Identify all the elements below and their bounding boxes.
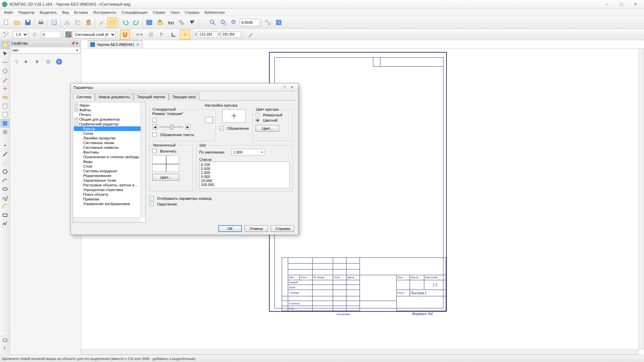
local-cs-button[interactable]: [157, 29, 167, 40]
symbols-tool-icon[interactable]: [1, 67, 9, 75]
scale-icon[interactable]: [1, 29, 11, 40]
tree-cursor[interactable]: Курсор: [74, 126, 145, 131]
tree-system-lines[interactable]: Системные линии: [74, 140, 145, 145]
reports-tool-icon[interactable]: [1, 111, 9, 119]
rebuild-button[interactable]: [263, 17, 273, 27]
chamfer-tool-icon[interactable]: [1, 202, 9, 210]
doc-manager-button[interactable]: [144, 17, 154, 27]
tab-system[interactable]: Система: [73, 93, 95, 101]
libraries-button[interactable]: [155, 17, 165, 27]
tree-snaps[interactable]: Привязки: [74, 197, 145, 201]
panel-help-button[interactable]: ?: [54, 57, 64, 66]
trap-size-dec[interactable]: ◄: [152, 124, 158, 130]
save-button[interactable]: [23, 17, 33, 27]
tree-cs[interactable]: Системы координат: [74, 169, 145, 173]
format-painter-button[interactable]: [97, 17, 107, 27]
tree-v-scrollbar[interactable]: [141, 102, 146, 217]
pin-icon[interactable]: 📌: [71, 41, 75, 45]
show-params-check[interactable]: [149, 196, 154, 200]
dimension-tool-icon[interactable]: [1, 58, 9, 66]
rounding-check[interactable]: [149, 202, 154, 206]
print-button[interactable]: [36, 17, 46, 27]
doc-tab-close-icon[interactable]: ✕: [136, 43, 140, 47]
trap-size-slider[interactable]: [160, 126, 183, 128]
tab-current-drawing[interactable]: Текущий чертеж: [133, 93, 169, 101]
filter-button[interactable]: [44, 57, 53, 66]
document-tab[interactable]: Чертеж БЕЗ ИМЕНИ1 ✕: [88, 40, 143, 48]
menu-tools[interactable]: Инструменты: [91, 9, 119, 15]
trap-color-swatch[interactable]: [205, 117, 213, 123]
menu-insert[interactable]: Вставка: [71, 9, 91, 15]
radio-colored[interactable]: [256, 118, 260, 122]
ok-button[interactable]: OK: [218, 225, 242, 232]
panel-close-icon[interactable]: ✕: [75, 41, 79, 45]
zoom-value-input[interactable]: [240, 19, 260, 26]
tree-h-scrollbar[interactable]: [73, 217, 141, 222]
tree-find[interactable]: Поиск объекта: [74, 192, 145, 197]
rectangle-tool-icon[interactable]: [1, 211, 9, 219]
tree-grid[interactable]: Сетка: [74, 131, 145, 136]
ellipse-tool-icon[interactable]: [1, 185, 9, 193]
frame-check[interactable]: [219, 126, 224, 130]
settings-tree[interactable]: +Экран +Файлы Печать +Общие для документ…: [73, 102, 146, 223]
edit-tool-icon[interactable]: [1, 76, 9, 84]
tab-new-docs[interactable]: Новые документы: [95, 93, 133, 101]
zoom-fit-button[interactable]: [218, 17, 228, 27]
sketch-button[interactable]: [246, 29, 256, 40]
snap-toggle-button[interactable]: [120, 29, 130, 40]
tree-files[interactable]: +Файлы: [74, 108, 145, 112]
redo-button[interactable]: [131, 17, 141, 27]
tree-phantoms[interactable]: Фантомы: [74, 150, 145, 155]
tree-hotpoints[interactable]: Характерные точки: [74, 178, 145, 183]
paste-button[interactable]: [84, 17, 94, 27]
menu-help[interactable]: Справка: [182, 9, 202, 15]
line-tool-icon[interactable]: [1, 150, 9, 158]
tree-layers[interactable]: Слои: [74, 164, 145, 169]
new-button[interactable]: [1, 17, 11, 27]
tree-img-mgmt[interactable]: Управление изображением: [74, 201, 145, 206]
dialog-close-icon[interactable]: ✕: [288, 84, 296, 90]
step-default-combo[interactable]: 1.000▼: [231, 149, 265, 156]
menu-spec[interactable]: Спецификация: [119, 9, 150, 15]
tree-fast-draw[interactable]: Упрощенная отрисовка: [74, 187, 145, 192]
expand-button[interactable]: [33, 57, 42, 66]
sort-button[interactable]: [11, 57, 21, 66]
tree-editing[interactable]: Редактирование: [74, 173, 145, 178]
canvas-h-scrollbar[interactable]: [81, 349, 639, 355]
tree-rasters[interactable]: Растровые объекты, взятые в ...: [74, 183, 145, 187]
tree-system-symbols[interactable]: Системные символы: [74, 145, 145, 150]
step-icon[interactable]: [30, 29, 40, 40]
spec-tool-icon[interactable]: [1, 102, 9, 110]
tree-views[interactable]: Виды: [74, 159, 145, 164]
menu-select[interactable]: Выделить: [37, 9, 59, 15]
menu-libs[interactable]: Библиотеки: [202, 9, 227, 15]
menu-view[interactable]: Вид: [59, 9, 71, 15]
trap-check[interactable]: [152, 118, 157, 122]
variables-button[interactable]: f(x): [166, 17, 176, 27]
tolerance-button[interactable]: [176, 17, 186, 27]
step-listbox[interactable]: 0.100 0.500 1.000 5.000 10.000 100.000: [199, 162, 290, 188]
canvas-v-scrollbar[interactable]: [639, 48, 644, 349]
select-tool-icon[interactable]: [1, 50, 9, 58]
enlarged-color-button[interactable]: Цвет...: [152, 174, 179, 181]
layer-combo[interactable]: Системный слой (0): [72, 31, 116, 38]
spline-tool-icon[interactable]: [1, 194, 9, 202]
object-select-combo[interactable]: Нет▼: [11, 47, 80, 54]
trap-size-inc[interactable]: ►: [185, 124, 191, 130]
circle-tool-icon[interactable]: [1, 168, 9, 176]
dim-tool-button[interactable]: [135, 29, 145, 40]
properties-button[interactable]: [107, 17, 117, 27]
dialog-help-icon[interactable]: ?: [281, 84, 288, 90]
categorize-button[interactable]: A: [22, 57, 32, 66]
aux-line-tool-icon[interactable]: [1, 159, 9, 167]
menu-service[interactable]: Сервис: [150, 9, 168, 15]
tree-screen[interactable]: +Экран: [74, 103, 145, 108]
step-input[interactable]: [41, 31, 61, 38]
open-button[interactable]: [12, 17, 22, 27]
cursor-color-button[interactable]: Цвет...: [256, 125, 279, 132]
copy-button[interactable]: [73, 17, 83, 27]
text-tool-icon[interactable]: T: [1, 344, 9, 352]
zoom-window-button[interactable]: [208, 17, 218, 27]
scale-combo[interactable]: 1.0: [13, 31, 28, 38]
menu-file[interactable]: Файл: [1, 9, 16, 15]
